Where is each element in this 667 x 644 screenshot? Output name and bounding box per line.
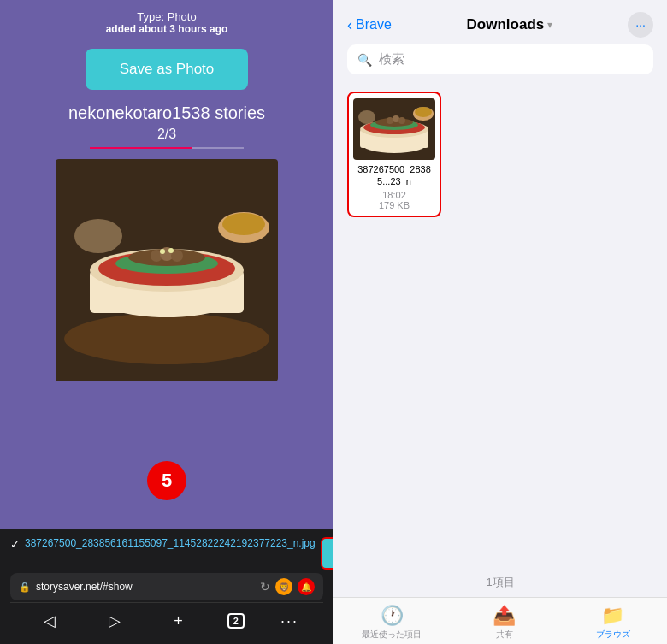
share-label: 共有 [496, 629, 513, 641]
added-label: added about 3 hours ago [106, 23, 228, 35]
filename-text: 387267500_283856161155097_11452822242192… [25, 537, 316, 551]
type-label: Type: Photo [106, 10, 228, 23]
tab-count-badge[interactable]: 2 [227, 613, 245, 629]
svg-point-28 [358, 110, 375, 124]
files-header: ‹ Brave Downloads ▾ ··· [334, 0, 667, 44]
filename-row: ✓ 387267500_283856161155097_114528222421… [10, 537, 323, 570]
item-count: 1項目 [334, 568, 667, 597]
search-icon: 🔍 [357, 53, 372, 67]
svg-point-12 [168, 248, 174, 253]
svg-point-24 [393, 115, 399, 122]
story-image [56, 159, 278, 381]
recents-label: 最近使った項目 [362, 629, 422, 641]
file-time: 18:02 [382, 190, 406, 200]
browse-label: ブラウズ [596, 629, 630, 641]
tab-share[interactable]: 📤 共有 [479, 605, 530, 641]
story-counter: 2/3 [157, 127, 176, 142]
url-bar: 🔒 storysaver.net/#show ↻ 🦁 🔔 [10, 573, 323, 600]
lock-icon: 🔒 [19, 582, 31, 593]
file-name: 387267500_28385...23_n [354, 163, 434, 188]
search-bar[interactable]: 🔍 検索 [347, 44, 653, 74]
left-panel: Type: Photo added about 3 hours ago Save… [0, 0, 334, 644]
back-nav-button[interactable]: ◁ [35, 608, 64, 634]
story-progress-bar [90, 147, 244, 149]
tab-bar: 🕐 最近使った項目 📤 共有 📁 ブラウズ [334, 597, 667, 644]
search-placeholder: 検索 [379, 51, 404, 68]
svg-point-14 [222, 213, 265, 235]
brave-icon: 🦁 [275, 578, 292, 595]
add-tab-button[interactable]: + [165, 609, 192, 634]
file-grid: 387267500_28385...23_n 18:02 179 KB [334, 85, 667, 568]
page-title: Downloads [467, 16, 545, 33]
back-label: Brave [356, 17, 392, 32]
svg-point-27 [415, 107, 432, 117]
more-menu-button[interactable]: ··· [280, 612, 298, 630]
back-to-brave-button[interactable]: ‹ Brave [347, 16, 392, 34]
bottom-section: Type: Photo ✓ 387267500_283856161155097_… [0, 625, 334, 644]
top-info: Type: Photo added about 3 hours ago [89, 0, 245, 42]
header-title-row: Downloads ▾ [467, 16, 553, 33]
browser-icons: 🦁 🔔 [275, 578, 315, 595]
forward-nav-button[interactable]: ▷ [100, 608, 129, 634]
browse-icon: 📁 [601, 605, 624, 627]
tab-browse[interactable]: 📁 ブラウズ [587, 605, 639, 641]
file-size: 179 KB [379, 200, 410, 210]
svg-point-11 [160, 249, 165, 254]
checkmark-icon: ✓ [10, 538, 20, 551]
svg-point-25 [398, 117, 405, 124]
username-text: nekonekotaro1538 stories [68, 103, 265, 123]
step-badge: 5 [147, 461, 186, 500]
file-thumbnail [353, 98, 435, 160]
back-arrow-icon: ‹ [347, 16, 352, 34]
svg-point-15 [74, 219, 122, 253]
more-options-button[interactable]: ··· [628, 12, 653, 38]
reload-icon[interactable]: ↻ [260, 580, 270, 594]
svg-point-1 [64, 313, 269, 364]
recents-icon: 🕐 [381, 605, 404, 627]
tab-recents[interactable]: 🕐 最近使った項目 [362, 605, 422, 641]
title-chevron-icon: ▾ [547, 19, 552, 31]
browser-nav-bar: ◁ ▷ + 2 ··· [10, 602, 323, 637]
download-button[interactable]: ダウンロード [321, 537, 334, 570]
story-progress-fill [90, 147, 192, 149]
bottom-bar: ✓ 387267500_283856161155097_114528222421… [0, 529, 334, 644]
save-as-photo-button[interactable]: Save as Photo [86, 49, 249, 90]
url-text: storysaver.net/#show [36, 581, 255, 593]
file-item[interactable]: 387267500_28385...23_n 18:02 179 KB [347, 92, 441, 217]
share-icon: 📤 [493, 605, 516, 627]
right-panel: ‹ Brave Downloads ▾ ··· 🔍 検索 [334, 0, 667, 644]
svg-point-23 [387, 117, 393, 124]
alert-icon: 🔔 [298, 578, 315, 595]
